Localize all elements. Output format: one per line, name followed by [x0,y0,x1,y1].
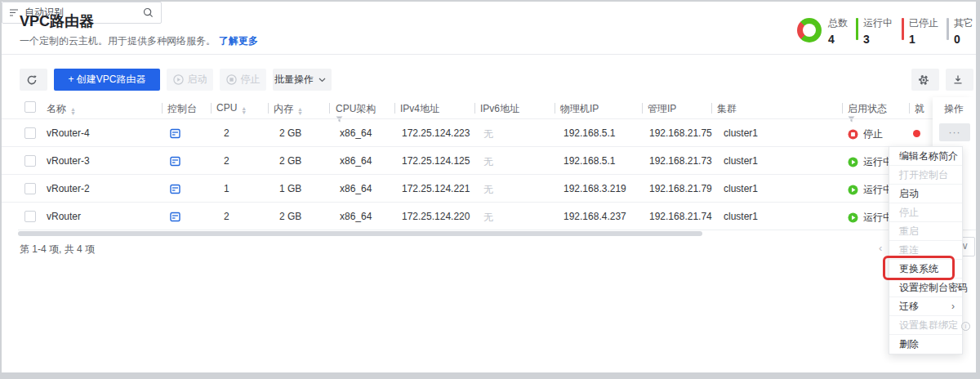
ipv4-cell: 172.25.124.221 [402,183,470,194]
stop-button-label: 停止 [241,73,261,87]
phys-ip-cell: 192.168.4.237 [564,211,626,222]
row-actions-button[interactable]: ··· [939,123,970,141]
console-icon[interactable] [170,128,180,139]
stat-other-label: 其它 [954,16,980,30]
stat-running: 运行中 3 [863,16,902,46]
start-button[interactable]: 启动 [167,69,213,91]
ipv4-cell: 172.25.124.223 [402,127,470,139]
row-checkbox[interactable] [24,183,36,194]
menu-item-edit-name[interactable]: 编辑名称简介 [889,147,962,166]
ipv6-cell: 无 [483,127,493,141]
info-icon: i [961,322,970,331]
horizontal-scrollbar[interactable] [18,231,702,236]
menu-item-stop[interactable]: 停止 [889,203,962,222]
table-row[interactable]: vRouter-2 1 1 GB x86_64 172.25.124.221 无… [2,174,976,202]
sort-icon[interactable]: ▲▼ [70,107,76,115]
router-name-link[interactable]: vRouter-3 [47,155,90,167]
memory-cell: 1 GB [279,183,301,194]
console-icon[interactable] [170,156,180,167]
download-icon [952,74,968,85]
console-icon[interactable] [170,212,180,222]
row-checkbox[interactable] [24,211,36,222]
col-header-memory[interactable]: 内存▲▼ [274,102,303,116]
export-button[interactable] [946,69,973,91]
cluster-link[interactable]: cluster1 [724,211,758,222]
column-separator [642,103,643,114]
menu-item-set-cluster-binding[interactable]: 设置集群绑定i [889,316,962,335]
menu-item-reboot[interactable]: 重启 [889,222,962,241]
stat-running-bar [856,18,858,40]
mgmt-ip-cell: 192.168.21.73 [649,155,712,167]
table-row[interactable]: vRouter-3 2 2 GB x86_64 172.25.124.125 无… [2,146,976,174]
ipv4-cell: 172.25.124.125 [402,155,470,167]
table-row[interactable]: vRouter-4 2 2 GB x86_64 172.25.124.223 无… [2,118,976,146]
menu-item-change-system[interactable]: 更换系统 [889,260,962,279]
col-header-action: 操作 [944,102,964,116]
stat-total: 总数 4 [828,16,867,46]
column-separator [909,103,910,114]
stat-stopped: 已停止 1 [909,16,948,46]
ipv6-cell: 无 [483,155,493,169]
cluster-link[interactable]: cluster1 [724,155,758,167]
menu-item-reconnect[interactable]: 重连 [889,241,962,260]
console-icon[interactable] [170,184,180,194]
column-settings-button[interactable] [911,69,939,91]
sort-icon[interactable]: ▲▼ [241,106,247,114]
menu-item-start[interactable]: 启动 [889,185,962,203]
cluster-link[interactable]: cluster1 [724,127,758,139]
col-header-name[interactable]: 名称▲▼ [47,102,76,116]
col-header-ipv6: IPv6地址 [480,102,519,116]
submenu-arrow-icon: › [951,297,955,315]
mgmt-ip-cell: 192.168.21.79 [649,183,712,194]
header-divider [2,54,976,55]
table-row[interactable]: vRouter 2 2 GB x86_64 172.25.124.220 无 1… [2,202,976,230]
status-cell: 停止 [848,127,883,141]
refresh-button[interactable] [20,69,47,91]
column-separator [268,103,269,114]
arch-cell: x86_64 [340,155,372,167]
column-separator [211,103,212,114]
status-cell: 运行中 [848,211,893,225]
vpc-router-page: VPC路由器 一个定制的云主机。用于提供多种网络服务。了解更多 总数 4 运行中… [0,0,980,379]
stop-button[interactable]: 停止 [220,69,266,91]
stopped-status-icon [848,129,858,140]
search-icon[interactable] [143,7,154,18]
phys-ip-cell: 192.168.5.1 [564,127,615,139]
ipv6-cell: 无 [483,211,493,225]
stat-other-bar [947,18,949,40]
learn-more-link[interactable]: 了解更多 [219,35,258,47]
table-bottom-border [18,230,976,230]
status-label: 停止 [863,127,883,141]
running-status-icon [848,185,858,195]
menu-item-open-console[interactable]: 打开控制台 [889,166,962,185]
pagination-summary: 第 1-4 项, 共 4 项 [20,243,95,256]
row-checkbox[interactable] [24,155,36,167]
col-header-ready: 就 [915,102,924,116]
play-circle-icon [173,74,188,85]
sort-icon[interactable]: ▲▼ [297,107,303,115]
batch-actions-dropdown[interactable]: 批量操作 [273,69,332,91]
refresh-icon [26,74,42,86]
create-vpc-router-button[interactable]: + 创建VPC路由器 [54,69,160,91]
status-cell: 运行中 [848,183,893,197]
column-separator [711,103,712,114]
column-separator [329,103,330,114]
stat-total-label: 总数 [828,16,867,30]
select-all-checkbox[interactable] [24,101,36,113]
stat-other: 其它 0 [954,16,980,46]
cluster-link[interactable]: cluster1 [724,183,758,194]
pagination-prev-icon[interactable]: ‹ [879,242,882,254]
batch-actions-label: 批量操作 [274,73,314,87]
col-header-phys-ip: 物理机IP [560,102,599,116]
col-header-cpu[interactable]: CPU▲▼ [216,102,247,114]
router-name-link[interactable]: vRouter-4 [47,127,90,139]
router-name-link[interactable]: vRouter [47,211,81,222]
row-checkbox[interactable] [24,127,36,139]
menu-item-migrate[interactable]: 迁移 › [889,297,962,316]
cpu-cell: 2 [224,155,229,167]
page-subtitle: 一个定制的云主机。用于提供多种网络服务。了解更多 [20,34,258,48]
menu-item-delete[interactable]: 删除 [889,335,962,354]
column-separator [842,103,843,114]
router-name-link[interactable]: vRouter-2 [47,183,90,194]
menu-item-set-console-password[interactable]: 设置控制台密码 [889,279,962,297]
